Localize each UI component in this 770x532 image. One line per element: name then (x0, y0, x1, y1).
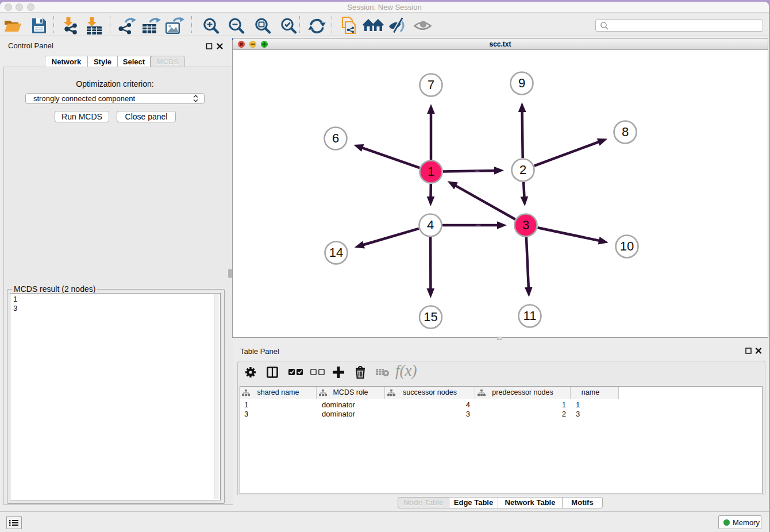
svg-text:8: 8 (622, 125, 629, 139)
svg-text:7: 7 (428, 78, 434, 92)
svg-text:14: 14 (329, 245, 343, 260)
svg-text:15: 15 (424, 310, 437, 324)
svg-text:3: 3 (522, 218, 529, 232)
svg-text:4: 4 (427, 218, 434, 232)
svg-text:11: 11 (523, 309, 537, 323)
svg-text:10: 10 (620, 239, 634, 253)
svg-text:6: 6 (332, 131, 339, 145)
svg-text:2: 2 (519, 163, 526, 177)
svg-text:9: 9 (518, 76, 525, 90)
svg-text:1: 1 (428, 164, 434, 179)
